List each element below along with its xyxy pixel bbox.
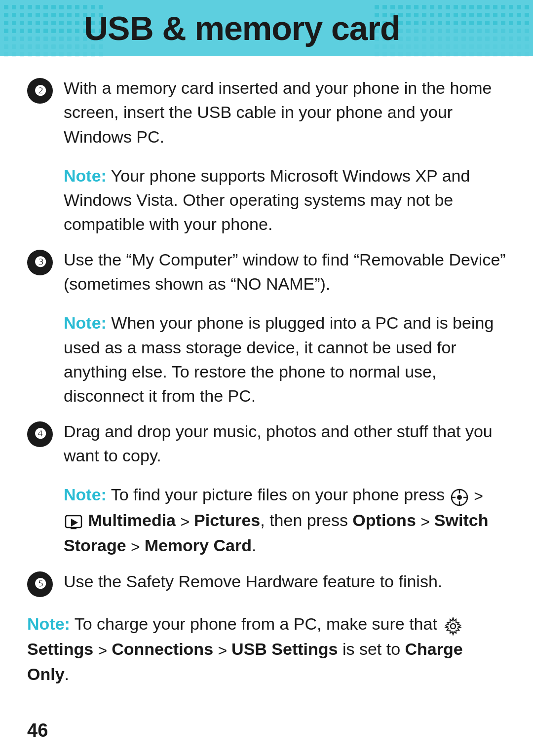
bottom-note: Note: To charge your phone from a PC, ma…: [27, 612, 506, 686]
step-2-text: With a memory card inserted and your pho…: [64, 76, 506, 149]
step-4-text: Drag and drop your music, photos and oth…: [64, 419, 506, 468]
arrow-1: >: [474, 487, 483, 505]
arrow-4: >: [131, 538, 145, 556]
memory-card-text: Memory Card: [145, 536, 252, 555]
options-text: Options: [352, 511, 416, 529]
page-header: USB & memory card: [0, 0, 533, 56]
step-2-content: With a memory card inserted and your pho…: [64, 76, 506, 149]
page-number: 46: [27, 720, 48, 741]
arrow-bottom-1: >: [98, 642, 112, 659]
step-2: ❷ With a memory card inserted and your p…: [27, 76, 506, 149]
page-content: ❷ With a memory card inserted and your p…: [0, 56, 533, 711]
pictures-text: Pictures: [194, 511, 260, 529]
svg-point-9: [451, 624, 456, 629]
step-5: ❺ Use the Safety Remove Hardware feature…: [27, 569, 506, 597]
svg-marker-7: [71, 519, 78, 527]
step-3-content: Use the “My Computer” window to find “Re…: [64, 248, 506, 297]
step-5-content: Use the Safety Remove Hardware feature t…: [64, 569, 506, 594]
step-4: ❹ Drag and drop your music, photos and o…: [27, 419, 506, 468]
step-3-icon: ❸: [27, 250, 53, 275]
arrow-bottom-2: >: [218, 642, 232, 659]
step-3-note: Note: When your phone is plugged into a …: [64, 311, 506, 408]
step-3: ❸ Use the “My Computer” window to find “…: [27, 248, 506, 297]
step-2-icon: ❷: [27, 78, 53, 104]
usb-settings-text: USB Settings: [231, 640, 338, 658]
page-title: USB & memory card: [10, 9, 400, 47]
bottom-note-text: Note: To charge your phone from a PC, ma…: [27, 612, 506, 686]
multimedia-text: Multimedia: [88, 511, 176, 529]
step-5-text: Use the Safety Remove Hardware feature t…: [64, 569, 506, 594]
step-4-note-text: Note: To find your picture files on your…: [64, 483, 506, 559]
connections-text: Connections: [112, 640, 213, 658]
step-3-text: Use the “My Computer” window to find “Re…: [64, 248, 506, 297]
settings-icon: [444, 613, 462, 637]
step-4-note: Note: To find your picture files on your…: [64, 483, 506, 559]
settings-nav-text: Settings: [27, 640, 93, 658]
step-3-note-text: Note: When your phone is plugged into a …: [64, 311, 506, 408]
arrow-3: >: [420, 513, 434, 530]
svg-point-1: [457, 495, 462, 500]
step-2-note: Note: Your phone supports Microsoft Wind…: [64, 164, 506, 237]
step-4-icon: ❹: [27, 421, 53, 447]
menu-icon: [451, 484, 468, 508]
multimedia-icon: [65, 509, 82, 533]
arrow-2: >: [180, 513, 194, 530]
step-5-icon: ❺: [27, 571, 53, 597]
step-2-note-text: Note: Your phone supports Microsoft Wind…: [64, 164, 506, 237]
step-4-content: Drag and drop your music, photos and oth…: [64, 419, 506, 468]
note-3-label: Note:: [64, 313, 107, 332]
note-2-label: Note:: [64, 166, 107, 185]
bottom-note-label: Note:: [27, 614, 70, 633]
note-4-label: Note:: [64, 485, 107, 504]
